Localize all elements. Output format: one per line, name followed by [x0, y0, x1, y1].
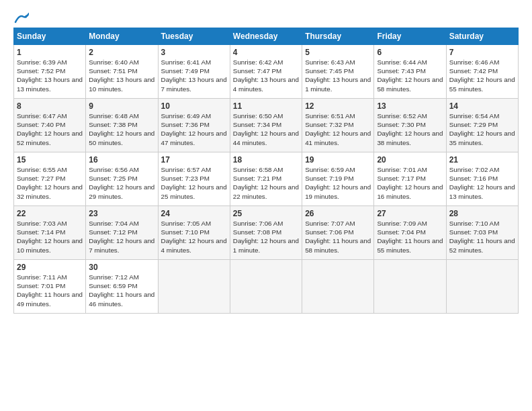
weekday-header-row: SundayMondayTuesdayWednesdayThursdayFrid… — [14, 28, 519, 45]
day-info: Sunrise: 6:54 AMSunset: 7:29 PMDaylight:… — [449, 112, 515, 146]
day-info: Sunrise: 6:42 AMSunset: 7:47 PMDaylight:… — [233, 58, 299, 93]
day-info: Sunrise: 6:49 AMSunset: 7:36 PMDaylight:… — [161, 112, 227, 146]
calendar-cell: 19 Sunrise: 6:59 AMSunset: 7:19 PMDaylig… — [302, 152, 374, 206]
weekday-tuesday: Tuesday — [158, 28, 230, 45]
day-number: 15 — [17, 155, 83, 165]
day-number: 12 — [305, 101, 371, 111]
calendar-cell: 29 Sunrise: 7:11 AMSunset: 7:01 PMDaylig… — [14, 260, 86, 314]
day-number: 18 — [233, 155, 299, 165]
weekday-wednesday: Wednesday — [230, 28, 302, 45]
day-number: 3 — [161, 48, 227, 57]
day-number: 17 — [161, 155, 227, 165]
weekday-saturday: Saturday — [446, 28, 518, 45]
day-number: 11 — [233, 101, 299, 111]
week-row-1: 1 Sunrise: 6:39 AMSunset: 7:52 PMDayligh… — [14, 45, 519, 99]
day-number: 23 — [89, 209, 154, 218]
day-info: Sunrise: 6:40 AMSunset: 7:51 PMDaylight:… — [89, 58, 154, 93]
calendar-cell: 15 Sunrise: 6:55 AMSunset: 7:27 PMDaylig… — [14, 152, 86, 206]
calendar-cell: 16 Sunrise: 6:56 AMSunset: 7:25 PMDaylig… — [86, 152, 158, 206]
weekday-sunday: Sunday — [14, 28, 86, 45]
calendar-cell: 27 Sunrise: 7:09 AMSunset: 7:04 PMDaylig… — [374, 206, 446, 260]
day-info: Sunrise: 7:05 AMSunset: 7:10 PMDaylight:… — [161, 220, 227, 254]
calendar-cell: 9 Sunrise: 6:48 AMSunset: 7:38 PMDayligh… — [86, 99, 158, 152]
weekday-monday: Monday — [86, 28, 158, 45]
calendar-cell: 14 Sunrise: 6:54 AMSunset: 7:29 PMDaylig… — [446, 99, 518, 152]
day-number: 19 — [305, 155, 371, 165]
day-info: Sunrise: 7:07 AMSunset: 7:06 PMDaylight:… — [305, 220, 371, 254]
day-number: 22 — [17, 209, 83, 218]
day-number: 30 — [89, 263, 154, 272]
day-info: Sunrise: 7:11 AMSunset: 7:01 PMDaylight:… — [17, 273, 83, 308]
calendar-cell — [158, 260, 230, 314]
calendar-cell — [374, 260, 446, 314]
day-number: 1 — [17, 48, 83, 57]
day-info: Sunrise: 6:46 AMSunset: 7:42 PMDaylight:… — [449, 58, 515, 93]
day-number: 13 — [377, 101, 443, 111]
calendar-cell: 23 Sunrise: 7:04 AMSunset: 7:12 PMDaylig… — [86, 206, 158, 260]
day-number: 21 — [449, 155, 515, 165]
day-number: 2 — [89, 48, 154, 57]
calendar-page: SundayMondayTuesdayWednesdayThursdayFrid… — [0, 0, 532, 411]
calendar-cell: 21 Sunrise: 7:02 AMSunset: 7:16 PMDaylig… — [446, 152, 518, 206]
day-info: Sunrise: 6:41 AMSunset: 7:49 PMDaylight:… — [161, 58, 227, 93]
day-info: Sunrise: 6:52 AMSunset: 7:30 PMDaylight:… — [377, 112, 443, 146]
day-info: Sunrise: 7:03 AMSunset: 7:14 PMDaylight:… — [17, 220, 83, 254]
calendar-cell: 24 Sunrise: 7:05 AMSunset: 7:10 PMDaylig… — [158, 206, 230, 260]
day-info: Sunrise: 7:01 AMSunset: 7:17 PMDaylight:… — [377, 166, 443, 200]
day-info: Sunrise: 6:44 AMSunset: 7:43 PMDaylight:… — [377, 58, 443, 93]
calendar-cell: 4 Sunrise: 6:42 AMSunset: 7:47 PMDayligh… — [230, 45, 302, 99]
day-number: 6 — [377, 48, 443, 57]
calendar-cell: 12 Sunrise: 6:51 AMSunset: 7:32 PMDaylig… — [302, 99, 374, 152]
calendar-cell: 3 Sunrise: 6:41 AMSunset: 7:49 PMDayligh… — [158, 45, 230, 99]
week-row-4: 22 Sunrise: 7:03 AMSunset: 7:14 PMDaylig… — [14, 206, 519, 260]
day-number: 8 — [17, 101, 83, 111]
week-row-3: 15 Sunrise: 6:55 AMSunset: 7:27 PMDaylig… — [14, 152, 519, 206]
day-number: 28 — [449, 209, 515, 218]
day-number: 14 — [449, 101, 515, 111]
calendar-cell — [230, 260, 302, 314]
calendar-cell: 11 Sunrise: 6:50 AMSunset: 7:34 PMDaylig… — [230, 99, 302, 152]
day-info: Sunrise: 6:56 AMSunset: 7:25 PMDaylight:… — [89, 166, 154, 200]
day-info: Sunrise: 6:58 AMSunset: 7:21 PMDaylight:… — [233, 166, 299, 200]
day-info: Sunrise: 7:09 AMSunset: 7:04 PMDaylight:… — [377, 220, 443, 254]
day-number: 24 — [161, 209, 227, 218]
day-info: Sunrise: 6:48 AMSunset: 7:38 PMDaylight:… — [89, 112, 154, 146]
day-info: Sunrise: 6:51 AMSunset: 7:32 PMDaylight:… — [305, 112, 371, 146]
day-info: Sunrise: 6:50 AMSunset: 7:34 PMDaylight:… — [233, 112, 299, 146]
day-info: Sunrise: 6:39 AMSunset: 7:52 PMDaylight:… — [17, 58, 83, 93]
calendar-cell — [302, 260, 374, 314]
calendar-cell: 30 Sunrise: 7:12 AMSunset: 6:59 PMDaylig… — [86, 260, 158, 314]
calendar-cell: 8 Sunrise: 6:47 AMSunset: 7:40 PMDayligh… — [14, 99, 86, 152]
day-number: 25 — [233, 209, 299, 218]
day-info: Sunrise: 7:04 AMSunset: 7:12 PMDaylight:… — [89, 220, 154, 254]
day-number: 20 — [377, 155, 443, 165]
day-number: 26 — [305, 209, 371, 218]
day-number: 27 — [377, 209, 443, 218]
calendar-cell: 20 Sunrise: 7:01 AMSunset: 7:17 PMDaylig… — [374, 152, 446, 206]
calendar-cell: 1 Sunrise: 6:39 AMSunset: 7:52 PMDayligh… — [14, 45, 86, 99]
day-number: 4 — [233, 48, 299, 57]
calendar-cell — [446, 260, 518, 314]
day-number: 29 — [17, 263, 83, 272]
day-info: Sunrise: 7:06 AMSunset: 7:08 PMDaylight:… — [233, 220, 299, 254]
calendar-cell: 13 Sunrise: 6:52 AMSunset: 7:30 PMDaylig… — [374, 99, 446, 152]
calendar-cell: 5 Sunrise: 6:43 AMSunset: 7:45 PMDayligh… — [302, 45, 374, 99]
weekday-thursday: Thursday — [302, 28, 374, 45]
week-row-5: 29 Sunrise: 7:11 AMSunset: 7:01 PMDaylig… — [14, 260, 519, 314]
logo-bird-icon — [14, 13, 29, 24]
calendar-cell: 7 Sunrise: 6:46 AMSunset: 7:42 PMDayligh… — [446, 45, 518, 99]
calendar-cell: 2 Sunrise: 6:40 AMSunset: 7:51 PMDayligh… — [86, 45, 158, 99]
day-number: 7 — [449, 48, 515, 57]
calendar-cell: 10 Sunrise: 6:49 AMSunset: 7:36 PMDaylig… — [158, 99, 230, 152]
day-info: Sunrise: 6:55 AMSunset: 7:27 PMDaylight:… — [17, 166, 83, 200]
calendar-cell: 18 Sunrise: 6:58 AMSunset: 7:21 PMDaylig… — [230, 152, 302, 206]
calendar-cell: 25 Sunrise: 7:06 AMSunset: 7:08 PMDaylig… — [230, 206, 302, 260]
day-number: 5 — [305, 48, 371, 57]
day-number: 16 — [89, 155, 154, 165]
calendar-cell: 17 Sunrise: 6:57 AMSunset: 7:23 PMDaylig… — [158, 152, 230, 206]
week-row-2: 8 Sunrise: 6:47 AMSunset: 7:40 PMDayligh… — [14, 99, 519, 152]
calendar-cell: 26 Sunrise: 7:07 AMSunset: 7:06 PMDaylig… — [302, 206, 374, 260]
day-number: 9 — [89, 101, 154, 111]
day-info: Sunrise: 6:47 AMSunset: 7:40 PMDaylight:… — [17, 112, 83, 146]
day-info: Sunrise: 7:10 AMSunset: 7:03 PMDaylight:… — [449, 220, 515, 254]
